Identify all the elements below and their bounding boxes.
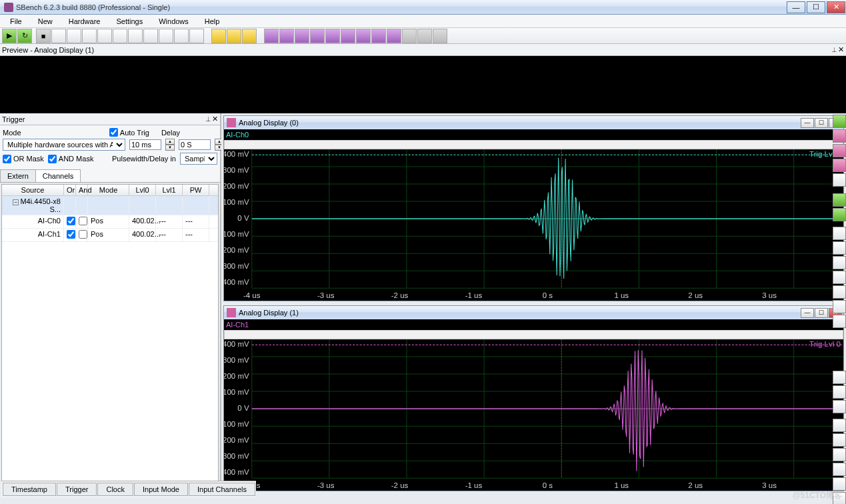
- col-or[interactable]: Or: [64, 185, 76, 195]
- rt-btn-2[interactable]: [833, 144, 846, 157]
- rt-btn-6[interactable]: [833, 208, 846, 221]
- preview-pin-icon[interactable]: ⟂: [832, 45, 837, 54]
- rt-btn-16[interactable]: [833, 448, 846, 461]
- menu-new[interactable]: New: [30, 16, 61, 27]
- rt-btn-18[interactable]: [833, 477, 846, 491]
- tool-x[interactable]: [433, 29, 447, 43]
- rt-btn-9[interactable]: [833, 300, 846, 313]
- rt-btn-19[interactable]: [833, 492, 846, 504]
- rt-btn-15[interactable]: [833, 433, 846, 447]
- rt-btn-13[interactable]: [833, 400, 846, 413]
- col-lvl1[interactable]: Lvl1: [156, 185, 183, 195]
- rt-zoom-in-icon[interactable]: [833, 241, 846, 255]
- trigger-pin-icon[interactable]: ⟂: [206, 115, 211, 123]
- tab-clock[interactable]: Clock: [97, 483, 133, 496]
- tool-s[interactable]: [356, 29, 371, 43]
- tool-r[interactable]: [341, 29, 355, 43]
- menu-file[interactable]: File: [2, 16, 30, 27]
- play-button[interactable]: ▶: [2, 29, 17, 43]
- tab-timestamp[interactable]: Timestamp: [3, 483, 56, 496]
- mode-select[interactable]: Multiple hardware sources with AND/OR: [3, 139, 125, 151]
- tool-d[interactable]: [113, 29, 127, 43]
- analog-min-button[interactable]: —: [801, 118, 814, 128]
- table-row[interactable]: AI-Ch0Pos400.02...------: [2, 215, 218, 229]
- preview-close-icon[interactable]: ✕: [838, 45, 844, 54]
- tool-t[interactable]: [371, 29, 386, 43]
- col-source[interactable]: Source: [2, 185, 64, 195]
- rt-btn-14[interactable]: [833, 419, 846, 432]
- tool-w[interactable]: [417, 29, 432, 43]
- svg-text:-3 us: -3 us: [317, 481, 335, 489]
- rt-btn-5[interactable]: [833, 193, 846, 207]
- col-pw[interactable]: PW: [183, 185, 209, 195]
- rt-btn-1[interactable]: [833, 129, 846, 143]
- tool-u[interactable]: [387, 29, 401, 43]
- pw-unit-select[interactable]: Samples: [180, 153, 217, 165]
- autotrig-checkbox[interactable]: Auto Trig: [109, 128, 149, 137]
- trigger-close-icon[interactable]: ✕: [212, 115, 218, 123]
- analog-min-button[interactable]: —: [801, 308, 814, 318]
- scope-area[interactable]: 400 mV300 mV200 mV100 mV0 V-100 mV-200 m…: [224, 339, 843, 491]
- delay-samples-input[interactable]: [179, 139, 211, 150]
- tool-c[interactable]: [97, 29, 112, 43]
- analog-max-button[interactable]: ☐: [815, 118, 828, 128]
- tool-b[interactable]: [82, 29, 97, 43]
- andmask-checkbox[interactable]: AND Mask: [48, 155, 94, 163]
- rt-btn-7[interactable]: [833, 271, 846, 284]
- tab-trigger[interactable]: Trigger: [57, 483, 97, 496]
- loop-button[interactable]: ↻: [17, 29, 32, 43]
- tool-a[interactable]: [67, 29, 81, 43]
- rt-btn-11[interactable]: [833, 371, 846, 384]
- rt-btn-8[interactable]: [833, 285, 846, 299]
- tool-g[interactable]: [159, 29, 173, 43]
- tool-j[interactable]: [211, 29, 226, 43]
- tool-f[interactable]: [143, 29, 158, 43]
- tool-m[interactable]: [264, 29, 279, 43]
- close-button[interactable]: ✕: [827, 1, 845, 13]
- tool-n[interactable]: [279, 29, 294, 43]
- rt-plus-icon[interactable]: [833, 256, 846, 269]
- tab-channels[interactable]: Channels: [35, 169, 81, 182]
- tool-l[interactable]: [242, 29, 257, 43]
- tab-input-mode[interactable]: Input Mode: [134, 483, 188, 496]
- maximize-button[interactable]: ☐: [807, 1, 825, 13]
- rt-btn-3[interactable]: [833, 159, 846, 172]
- tool-p[interactable]: [310, 29, 325, 43]
- force-trig-button[interactable]: [51, 29, 66, 43]
- menu-help[interactable]: Help: [197, 16, 228, 27]
- tool-q[interactable]: [325, 29, 340, 43]
- menu-hardware[interactable]: Hardware: [61, 16, 109, 27]
- menu-windows[interactable]: Windows: [151, 16, 197, 27]
- delay-time-spinner[interactable]: ▲▼: [165, 139, 175, 151]
- svg-text:-1 us: -1 us: [465, 481, 483, 489]
- scope-area[interactable]: 400 mV300 mV200 mV100 mV0 V-100 mV-200 m…: [224, 149, 843, 301]
- col-and[interactable]: And: [76, 185, 88, 195]
- tab-extern[interactable]: Extern: [0, 169, 36, 182]
- rt-btn-12[interactable]: [833, 385, 846, 399]
- tool-k[interactable]: [227, 29, 241, 43]
- scrollbar-h[interactable]: [224, 330, 843, 339]
- rt-btn-17[interactable]: [833, 463, 846, 476]
- ormask-checkbox[interactable]: OR Mask: [3, 155, 44, 163]
- tool-h[interactable]: [174, 29, 189, 43]
- table-row[interactable]: AI-Ch1Pos400.02...------: [2, 229, 218, 242]
- delay-time-input[interactable]: [129, 139, 161, 150]
- scrollbar-h[interactable]: [224, 140, 843, 149]
- tool-e[interactable]: [128, 29, 143, 43]
- tool-v[interactable]: [402, 29, 417, 43]
- menu-settings[interactable]: Settings: [108, 16, 151, 27]
- analog-max-button[interactable]: ☐: [815, 308, 828, 318]
- rt-btn-4[interactable]: [833, 173, 846, 187]
- tool-o[interactable]: [295, 29, 309, 43]
- rt-grid-icon[interactable]: [833, 115, 846, 128]
- col-mode[interactable]: Mode: [88, 185, 129, 195]
- stop-button[interactable]: ■: [36, 29, 51, 43]
- tool-i[interactable]: [189, 29, 204, 43]
- table-row[interactable]: −M4i.4450-x8 S...: [2, 196, 218, 215]
- col-lvl0[interactable]: Lvl0: [129, 185, 156, 195]
- minimize-button[interactable]: —: [787, 1, 805, 13]
- tab-input-channels[interactable]: Input Channels: [189, 483, 255, 496]
- rt-zoom-out-icon[interactable]: [833, 227, 846, 240]
- rt-btn-10[interactable]: [833, 315, 846, 328]
- svg-text:100 mV: 100 mV: [224, 198, 249, 206]
